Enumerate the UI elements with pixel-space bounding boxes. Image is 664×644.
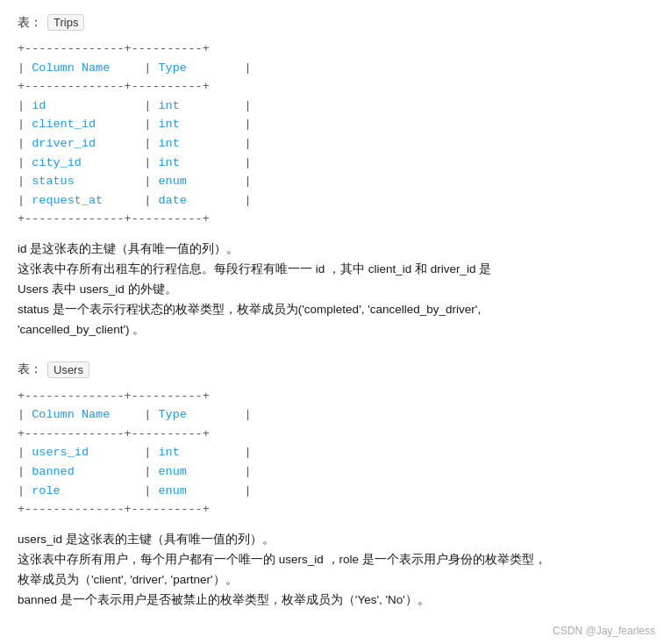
users-border-top: +--------------+----------+ (18, 387, 646, 406)
trips-header-row: | Column Name | Type | (18, 59, 646, 78)
table-row: | city_id | int | (18, 154, 646, 173)
table-row: | users_id | int | (18, 443, 646, 462)
users-label-prefix: 表： (18, 361, 42, 377)
users-header-row: | Column Name | Type | (18, 405, 646, 425)
users-table-badge: Users (47, 361, 89, 378)
table-row: | id | int | (18, 97, 646, 116)
desc-line: 这张表中存所有出租车的行程信息。每段行程有唯一一 id ，其中 client_i… (18, 260, 646, 280)
users-border-mid: +--------------+----------+ (18, 425, 646, 444)
watermark: CSDN @Jay_fearless (553, 625, 655, 637)
users-border-bot: +--------------+----------+ (18, 500, 646, 519)
trips-desc-text: id 是这张表的主键（具有唯一值的列）。这张表中存所有出租车的行程信息。每段行程… (18, 240, 646, 340)
users-desc-text: users_id 是这张表的主键（具有唯一值的列）。这张表中存所有用户，每个用户… (18, 530, 646, 611)
desc-line: 这张表中存所有用户，每个用户都有一个唯一的 users_id ，role 是一个… (18, 550, 646, 570)
trips-data-rows: | id | int || client_id | int || driver_… (18, 97, 646, 211)
trips-section: 表： Trips +--------------+----------+ | C… (18, 14, 646, 340)
desc-line: users_id 是这张表的主键（具有唯一值的列）。 (18, 530, 646, 550)
trips-border-mid: +--------------+----------+ (18, 77, 646, 97)
users-data-rows: | users_id | int || banned | enum || rol… (18, 443, 646, 500)
users-section: 表： Users +--------------+----------+ | C… (18, 361, 646, 611)
trips-label-prefix: 表： (18, 15, 42, 31)
table-row: | role | enum | (18, 482, 646, 501)
trips-border-bot: +--------------+----------+ (18, 210, 646, 229)
desc-line: 枚举成员为（'client', 'driver', 'partner'）。 (18, 570, 646, 590)
trips-border-top: +--------------+----------+ (18, 39, 646, 59)
table-row: | request_at | date | (18, 191, 646, 211)
desc-line: id 是这张表的主键（具有唯一值的列）。 (18, 240, 646, 260)
table-row: | client_id | int | (18, 115, 646, 134)
trips-table-badge: Trips (47, 14, 84, 31)
users-label: 表： Users (18, 361, 646, 378)
trips-label: 表： Trips (18, 14, 646, 31)
desc-line: banned 是一个表示用户是否被禁止的枚举类型，枚举成员为（'Yes', 'N… (18, 590, 646, 611)
table-row: | status | enum | (18, 172, 646, 191)
desc-line: status 是一个表示行程状态的枚举类型，枚举成员为('completed',… (18, 300, 646, 320)
trips-description: id 是这张表的主键（具有唯一值的列）。这张表中存所有出租车的行程信息。每段行程… (18, 240, 646, 340)
desc-line: Users 表中 users_id 的外键。 (18, 280, 646, 300)
users-description: users_id 是这张表的主键（具有唯一值的列）。这张表中存所有用户，每个用户… (18, 530, 646, 611)
users-schema-table: +--------------+----------+ | Column Nam… (18, 387, 646, 519)
table-row: | banned | enum | (18, 462, 646, 482)
desc-line: 'cancelled_by_client') 。 (18, 320, 646, 340)
table-row: | driver_id | int | (18, 134, 646, 154)
trips-schema-table: +--------------+----------+ | Column Nam… (18, 39, 646, 229)
